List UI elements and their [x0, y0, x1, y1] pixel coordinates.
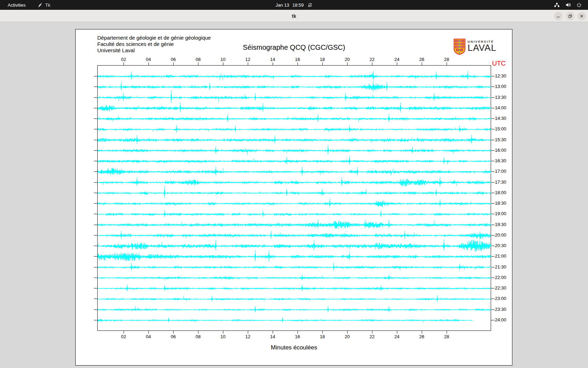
utc-time-label: 18:00 [495, 190, 506, 195]
trace-tick-right [491, 235, 495, 236]
utc-time-label: 22:30 [495, 285, 506, 291]
utc-time-label: 13:00 [495, 84, 506, 89]
minimize-button[interactable] [554, 12, 562, 20]
x-tick-label-top: 18 [317, 57, 328, 62]
x-tick-bottom [198, 331, 198, 334]
maximize-button[interactable] [566, 12, 574, 20]
utc-time-label: 20:00 [495, 232, 506, 238]
system-status-area[interactable] [554, 0, 588, 10]
x-tick-top [322, 62, 323, 65]
trace-tick-right [491, 309, 495, 310]
bell-slash-icon [307, 2, 313, 8]
clock[interactable]: Jan 13 18:59 [275, 2, 304, 8]
power-icon [576, 2, 582, 8]
trace-tick-right [491, 267, 495, 267]
trace-tick-right [491, 161, 495, 161]
x-tick-bottom [298, 331, 298, 334]
trace-tick-right [491, 214, 495, 214]
trace-tick-left [94, 118, 97, 119]
focused-app-indicator[interactable]: Tk [37, 2, 50, 8]
trace-tick-left [94, 278, 97, 278]
x-tick-top [198, 62, 198, 65]
trace-tick-left [94, 150, 97, 151]
x-tick-label-top: 16 [292, 57, 303, 62]
trace-tick-left [94, 108, 97, 108]
utc-time-label: 24:00 [495, 317, 506, 322]
x-tick-label-top: 04 [143, 57, 154, 62]
x-tick-bottom [148, 331, 149, 334]
plot-title: Séismographe QCQ (CGC/GSC) [189, 43, 399, 52]
x-tick-bottom [347, 331, 348, 334]
x-tick-bottom [322, 331, 323, 334]
wired-network-icon [554, 2, 560, 8]
trace-tick-right [491, 193, 495, 193]
x-tick-label-bottom: 24 [392, 334, 402, 339]
trace-tick-right [491, 320, 495, 320]
x-tick-bottom [248, 331, 248, 334]
app-name-label: Tk [45, 2, 50, 8]
utc-time-label: 19:00 [495, 211, 506, 216]
clock-time: 18:59 [292, 2, 304, 8]
x-tick-label-top: 06 [168, 57, 178, 62]
x-tick-label-bottom: 02 [118, 334, 129, 339]
trace-tick-left [94, 171, 97, 172]
x-tick-top [397, 62, 397, 65]
utc-time-label: 13:30 [495, 95, 506, 100]
trace-tick-left [94, 203, 97, 204]
trace-tick-right [491, 76, 495, 76]
x-tick-bottom [273, 331, 273, 334]
x-tick-label-top: 20 [342, 57, 352, 62]
x-tick-label-bottom: 26 [416, 334, 427, 339]
trace-tick-left [94, 288, 97, 288]
utc-time-label: 19:30 [495, 222, 506, 227]
x-tick-top [372, 62, 372, 65]
speaker-icon [565, 2, 571, 8]
trace-tick-left [94, 193, 97, 193]
trace-tick-right [491, 140, 495, 140]
utc-time-label: 16:00 [495, 148, 506, 153]
trace-tick-right [491, 87, 495, 87]
x-tick-label-top: 02 [118, 57, 129, 62]
x-tick-label-top: 08 [193, 57, 203, 62]
trace-tick-right [491, 299, 495, 299]
seismograph-panel: Département de géologie et de génie géol… [75, 29, 512, 366]
x-tick-top [273, 62, 273, 65]
utc-time-label: 17:00 [495, 169, 506, 174]
utc-label: UTC [492, 60, 506, 67]
trace-tick-left [94, 256, 97, 257]
x-tick-top [347, 62, 348, 65]
close-button[interactable] [578, 12, 586, 20]
x-tick-top [148, 62, 149, 65]
window-titlebar[interactable]: tk [0, 10, 588, 22]
x-tick-top [422, 62, 422, 65]
utc-time-label: 21:00 [495, 253, 506, 259]
x-axis-label: Minutes écoulées [189, 344, 399, 351]
screen: Activities Tk Jan 13 18:59 [0, 0, 588, 368]
x-tick-label-bottom: 08 [193, 334, 203, 339]
x-tick-label-top: 14 [267, 57, 278, 62]
clock-date: Jan 13 [275, 2, 289, 8]
trace-tick-left [94, 235, 97, 236]
x-tick-label-bottom: 06 [168, 334, 178, 339]
x-tick-top [248, 62, 248, 65]
trace-tick-left [94, 161, 97, 161]
utc-time-label: 12:30 [495, 73, 506, 79]
trace-tick-right [491, 129, 495, 129]
trace-tick-left [94, 309, 97, 310]
trace-tick-left [94, 320, 97, 320]
utc-time-label: 21:30 [495, 264, 506, 270]
x-tick-label-top: 22 [367, 57, 377, 62]
x-tick-label-bottom: 16 [292, 334, 303, 339]
utc-time-label: 20:30 [495, 243, 506, 248]
gnome-top-bar: Activities Tk Jan 13 18:59 [0, 0, 588, 10]
utc-time-label: 14:00 [495, 105, 506, 110]
institution-line-1: Département de géologie et de génie géol… [97, 35, 211, 41]
trace-tick-left [94, 87, 97, 87]
x-tick-label-bottom: 28 [441, 334, 452, 339]
utc-time-label: 15:30 [495, 137, 506, 142]
x-tick-label-top: 12 [243, 57, 253, 62]
x-tick-top [173, 62, 174, 65]
activities-button[interactable]: Activities [6, 2, 28, 8]
x-tick-label-bottom: 10 [218, 334, 228, 339]
x-tick-label-top: 10 [218, 57, 228, 62]
